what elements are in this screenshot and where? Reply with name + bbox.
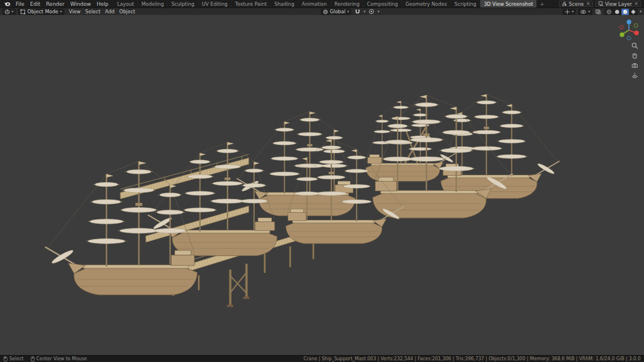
gizmo-axis-z[interactable] (627, 20, 631, 24)
viewport-header: ▾ Object Mode ▾ View Select Add Object G… (0, 8, 644, 15)
chevron-down-icon: ▾ (12, 10, 13, 14)
ship-model (148, 142, 278, 256)
workspace-tab-animation[interactable]: Animation (299, 0, 331, 8)
hint-center-view-label: Center View to Mouse (36, 356, 87, 361)
workspace-tab-compositing[interactable]: Compositing (363, 0, 402, 8)
blender-logo-icon[interactable] (2, 2, 13, 6)
pan-hand-icon[interactable] (631, 51, 638, 59)
workspace-tab-uv-editing[interactable]: UV Editing (198, 0, 231, 8)
gizmos-icon (565, 9, 570, 14)
orientation-globe-icon (323, 9, 328, 14)
proportional-editing-icon (369, 9, 374, 14)
view-layer-icon (598, 1, 603, 6)
material-preview-icon (623, 9, 628, 14)
menu-add[interactable]: Add (102, 9, 116, 14)
shading-dropdown-icon[interactable]: ▾ (640, 10, 642, 14)
mode-label: Object Mode (27, 9, 58, 14)
hint-select-label: Select (9, 356, 24, 361)
menu-edit[interactable]: Edit (27, 1, 43, 7)
menu-help[interactable]: Help (94, 1, 112, 7)
view-layer-name: View Layer (605, 1, 632, 7)
menu-file[interactable]: File (13, 1, 27, 7)
mode-dropdown[interactable]: Object Mode ▾ (18, 9, 64, 15)
viewport-tools (631, 42, 638, 79)
workspace-tab-shading[interactable]: Shading (271, 0, 299, 8)
shading-solid-button[interactable] (613, 9, 621, 15)
status-hint-select: Select (3, 356, 24, 362)
topbar: File Edit Render Window Help Layout Mode… (0, 0, 644, 8)
workspace-tab-modeling[interactable]: Modeling (138, 0, 168, 8)
3d-viewport[interactable] (0, 15, 644, 355)
workspace-tabs: Layout Modeling Sculpting UV Editing Tex… (114, 0, 547, 8)
shading-mode-switch (605, 9, 638, 15)
menu-view[interactable]: View (67, 9, 83, 14)
3d-viewport-editor-icon (5, 9, 10, 14)
object-mode-icon (20, 9, 25, 14)
view-layer-selector[interactable]: View Layer ✕ (595, 1, 641, 7)
workspace-tab-texture-paint[interactable]: Texture Paint (231, 0, 271, 8)
gizmo-axis-y[interactable] (620, 32, 624, 37)
blender-window: File Edit Render Window Help Layout Mode… (0, 0, 644, 362)
camera-view-icon[interactable] (631, 61, 638, 69)
transform-orientation-dropdown[interactable]: Global ▾ (321, 9, 351, 15)
scene-statistics: Crane | Ship_Support_Mast.003 | Verts:23… (303, 356, 641, 361)
proportional-editing-toggle[interactable] (368, 9, 376, 15)
solid-shading-icon (614, 9, 620, 14)
viewport-scene (0, 15, 644, 355)
workspace-tab-geometry-nodes[interactable]: Geometry Nodes (402, 0, 451, 8)
gizmo-axis-z-neg[interactable] (627, 36, 631, 40)
scene-name: Scene (569, 1, 584, 7)
menu-render[interactable]: Render (43, 1, 68, 7)
workspace-tab-rendering[interactable]: Rendering (331, 0, 363, 8)
status-hint-center-view: Center View to Mouse (31, 356, 87, 362)
menu-select[interactable]: Select (83, 9, 102, 14)
shading-rendered-button[interactable] (630, 9, 637, 15)
menu-window[interactable]: Window (68, 1, 94, 7)
snap-dropdown-icon[interactable]: ▾ (363, 10, 365, 14)
orientation-label: Global (330, 9, 345, 14)
add-workspace-button[interactable]: + (537, 0, 547, 8)
show-gizmos-dropdown[interactable]: ▾ (562, 9, 576, 15)
chevron-down-icon: ▾ (60, 10, 62, 14)
gizmo-axis-y-neg[interactable] (634, 24, 638, 27)
show-overlays-dropdown[interactable]: ▾ (578, 9, 592, 15)
proportional-dropdown-icon[interactable]: ▾ (378, 10, 380, 14)
workspace-tab-layout[interactable]: Layout (114, 0, 138, 8)
menu-object[interactable]: Object (117, 9, 138, 14)
workspace-tab-3d-view-screenshot[interactable]: 3D View Screenshot (480, 0, 537, 8)
workspace-tab-sculpting[interactable]: Sculpting (168, 0, 198, 8)
xray-icon (595, 9, 601, 14)
unlink-scene-icon[interactable]: ✕ (586, 1, 590, 6)
mouse-middle-icon (31, 356, 35, 362)
gizmo-axis-x-neg[interactable] (620, 25, 623, 29)
status-bar: Select Center View to Mouse Crane | Ship… (0, 355, 644, 362)
overlays-icon (580, 9, 586, 14)
scene-selector[interactable]: Scene ✕ (559, 1, 593, 7)
scene-icon (562, 1, 567, 6)
zoom-icon[interactable] (631, 42, 638, 49)
shading-wireframe-button[interactable] (605, 9, 613, 15)
wireframe-icon (606, 9, 612, 14)
shading-material-preview-button[interactable] (621, 9, 629, 15)
viewport-menus: View Select Add Object (67, 9, 138, 14)
unlink-view-layer-icon[interactable]: ✕ (634, 1, 638, 6)
snap-toggle-button[interactable] (354, 9, 361, 15)
perspective-toggle-icon[interactable] (631, 71, 638, 79)
chevron-down-icon: ▾ (347, 10, 349, 14)
chevron-down-icon: ▾ (588, 10, 590, 14)
workspace-tab-scripting[interactable]: Scripting (451, 0, 480, 8)
mouse-left-icon (3, 356, 8, 362)
toggle-xray-button[interactable] (595, 9, 602, 15)
app-menus: File Edit Render Window Help (13, 0, 112, 8)
magnet-icon (355, 9, 360, 14)
gizmo-axis-x[interactable] (634, 31, 639, 35)
rendered-shading-icon (631, 9, 636, 14)
chevron-down-icon: ▾ (572, 10, 573, 14)
navigation-gizmo[interactable] (617, 17, 641, 40)
editor-type-dropdown[interactable]: ▾ (2, 9, 16, 15)
